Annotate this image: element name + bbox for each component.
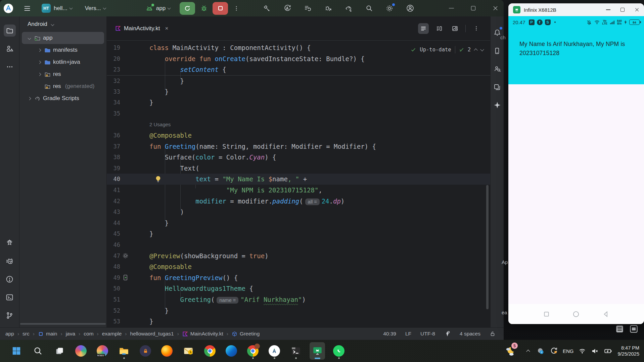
chevron-right-icon[interactable] — [38, 48, 41, 52]
input-language[interactable]: ENG — [563, 348, 574, 354]
usages-inlay-hint[interactable]: 2 Usages — [149, 122, 171, 127]
code-line-23[interactable]: 23 setContent { — [107, 64, 490, 75]
code-line-42[interactable]: 42 modifier = modifier.padding(all =24.d… — [107, 195, 490, 207]
code-line-35[interactable]: 35 — [107, 108, 490, 119]
tab-mainactivity[interactable]: MainActivity.kt × — [115, 25, 168, 32]
editor-view-mode-button[interactable] — [418, 23, 429, 34]
device-explorer-button[interactable] — [491, 81, 503, 93]
close-button[interactable] — [635, 7, 639, 12]
inlay-hints-icon[interactable] — [444, 331, 451, 337]
main-menu-button[interactable] — [21, 3, 33, 14]
next-problem-icon[interactable] — [480, 47, 484, 51]
logcat-tool-button[interactable] — [4, 255, 16, 267]
tree-item-res[interactable]: res — [22, 68, 104, 80]
attach-debugger-button[interactable] — [322, 3, 334, 14]
tab-close-icon[interactable]: × — [165, 25, 168, 32]
breadcrumb-item-example[interactable]: example — [102, 331, 122, 337]
taskbar-clock[interactable]: 8:47 PM 9/25/2025 — [617, 345, 639, 357]
terminal-tool-button[interactable] — [4, 291, 16, 303]
close-button[interactable] — [493, 5, 498, 11]
chrome-button[interactable] — [202, 342, 218, 360]
tree-item-app[interactable]: app — [22, 32, 104, 44]
file-encoding[interactable]: UTF-8 — [420, 331, 435, 337]
line-separator[interactable]: LF — [405, 331, 411, 337]
code-line-46[interactable]: 46 — [107, 239, 490, 251]
code-line-53[interactable]: 53} — [107, 316, 490, 327]
apply-changes-restart-button[interactable] — [281, 3, 293, 14]
code-line-44[interactable]: 44 } — [107, 218, 490, 229]
gemini-tool-button[interactable] — [4, 237, 16, 249]
run-preview-gutter-icon[interactable] — [120, 274, 130, 281]
resource-manager-tool-button[interactable] — [4, 43, 16, 55]
volume-muted-icon[interactable] — [591, 347, 599, 355]
breadcrumb-item-main[interactable]: main — [38, 331, 57, 337]
breadcrumb-item-src[interactable]: src — [22, 331, 30, 337]
project-view-selector[interactable]: Android — [19, 16, 106, 32]
editor-scrollbar[interactable] — [486, 185, 489, 309]
more-tool-windows-button[interactable] — [4, 61, 16, 73]
profile-button[interactable] — [404, 3, 416, 14]
code-line-49[interactable]: 49fun GreetingPreview() { — [107, 272, 490, 283]
breadcrumb-item-mainactivity-kt[interactable]: MainActivity.kt — [182, 331, 223, 337]
breadcrumb-item-hellowaord-tugas1[interactable]: hellowaord_tugas1 — [130, 331, 174, 337]
gradle-sync-button[interactable] — [343, 3, 354, 14]
code-line-47[interactable]: 47@Preview(showBackground = true) — [107, 250, 490, 261]
gemini-star-icon[interactable] — [491, 99, 503, 111]
m365-copilot-button[interactable]: M365 — [95, 342, 110, 360]
maximize-button[interactable] — [620, 8, 625, 12]
task-view-button[interactable] — [52, 342, 67, 360]
build-button[interactable] — [261, 3, 272, 14]
app-quality-insights-button[interactable] — [491, 63, 503, 75]
tree-item-res-generated[interactable]: res(generated) — [22, 80, 104, 92]
search-everywhere-button[interactable] — [363, 3, 375, 14]
inspections-widget[interactable]: Up-to-date 2 — [409, 44, 486, 55]
firefox-button[interactable] — [159, 342, 175, 360]
panel-list-icon[interactable] — [615, 324, 624, 333]
code-line-38[interactable]: 38 Surface(color = Color.Cyan) { — [107, 152, 490, 163]
chevron-right-icon[interactable] — [28, 97, 31, 100]
recents-button[interactable] — [543, 311, 550, 318]
code-line-48[interactable]: 48@Composable — [107, 261, 490, 272]
tree-item-manifests[interactable]: manifests — [22, 44, 104, 56]
device-screen[interactable]: 20.47 P f S VoLTE 840B/s 84 — [508, 16, 644, 324]
problems-tool-button[interactable] — [4, 273, 16, 285]
device-window-titlebar[interactable]: Infinix X6812B — [508, 3, 644, 16]
version-control-tool-button[interactable] — [4, 309, 16, 321]
chevron-right-icon[interactable] — [38, 73, 41, 76]
caret-position[interactable]: 40:39 — [383, 331, 396, 337]
minimize-button[interactable] — [449, 8, 454, 9]
split-view-button[interactable] — [434, 23, 445, 34]
chevron-down-icon[interactable] — [28, 36, 31, 40]
android-studio-taskbar-button[interactable] — [267, 342, 282, 360]
running-devices-button[interactable] — [491, 45, 503, 57]
code-line-50[interactable]: 50 Hellowaordtugas1Theme { — [107, 283, 490, 294]
tree-item-kotlin-java[interactable]: kotlin+java — [22, 56, 104, 68]
stop-button[interactable] — [213, 2, 228, 15]
breadcrumb-item-app[interactable]: app — [5, 331, 14, 337]
preview-mode-button[interactable] — [450, 23, 460, 34]
copilot-button[interactable] — [73, 342, 89, 360]
code-line-37[interactable]: 37fun Greeting(name: String, modifier: M… — [107, 141, 490, 152]
edge-button[interactable] — [224, 342, 239, 360]
vcs-branch-selector[interactable]: Vers... — [85, 5, 106, 12]
code-line-inlay[interactable]: 2 Usages — [107, 119, 490, 130]
home-button[interactable] — [572, 310, 580, 318]
code-line-36[interactable]: 36@Composable — [107, 130, 490, 141]
breadcrumb-item-greeting[interactable]: Greeting — [232, 331, 260, 337]
more-run-actions-button[interactable] — [231, 3, 242, 14]
run-target-selector[interactable]: app — [145, 4, 170, 12]
prev-problem-icon[interactable] — [474, 48, 477, 52]
start-button[interactable] — [9, 342, 24, 360]
code-line-39[interactable]: 39 Text( — [107, 163, 490, 174]
system-info-icon[interactable] — [537, 347, 545, 355]
code-line-32[interactable]: 32 } — [107, 75, 490, 86]
panel-window-icon[interactable] — [629, 324, 638, 333]
minimize-button[interactable] — [606, 9, 610, 10]
settings-button[interactable] — [384, 3, 395, 14]
update-sync-icon[interactable] — [550, 347, 558, 355]
code-line-41[interactable]: 41 "My NPM is 202310715128", — [107, 185, 490, 196]
outlook-button[interactable] — [181, 342, 196, 360]
code-line-34[interactable]: 34} — [107, 97, 490, 108]
tray-overflow-chevron[interactable] — [526, 350, 530, 353]
breadcrumb-item-com[interactable]: com — [84, 331, 93, 337]
